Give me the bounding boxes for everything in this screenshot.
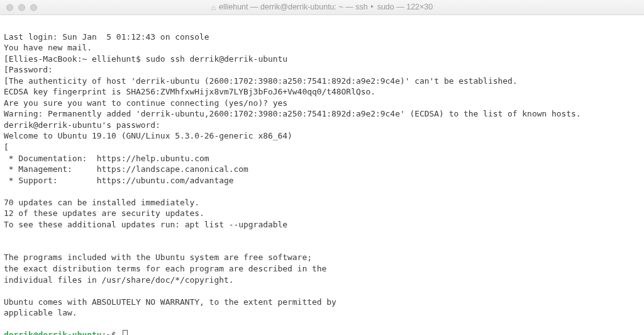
terminal-line: individual files in /usr/share/doc/*/cop… [4, 275, 640, 286]
terminal-line: Warning: Permanently added 'derrik-ubunt… [4, 108, 640, 120]
terminal-line: Are you sure you want to continue connec… [4, 98, 640, 109]
terminal-line: Welcome to Ubuntu 19.10 (GNU/Linux 5.3.0… [4, 130, 640, 142]
close-button[interactable] [6, 4, 13, 11]
terminal-line: * Support: https://ubuntu.com/advantage [4, 175, 640, 186]
terminal-line [4, 241, 640, 253]
cursor [123, 330, 128, 335]
window-titlebar: ⌂ elliehunt — derrik@derrik-ubuntu: ~ — … [0, 0, 644, 15]
terminal-line: the exact distribution terms for each pr… [4, 263, 640, 275]
terminal-line: [ [4, 142, 640, 153]
terminal-line: The programs included with the Ubuntu sy… [4, 252, 640, 263]
prompt-path: :~$ [102, 330, 121, 335]
terminal-line: Last login: Sun Jan 5 01:12:43 on consol… [4, 31, 640, 43]
shell-prompt-line[interactable]: derrik@derrik-ubuntu:~$ [4, 329, 640, 335]
terminal-line [4, 285, 640, 297]
minimize-button[interactable] [18, 4, 25, 11]
terminal-line: Ubuntu comes with ABSOLUTELY NO WARRANTY… [4, 297, 640, 308]
terminal-line: * Documentation: https://help.ubuntu.com [4, 153, 640, 164]
title-text: elliehunt — derrik@derrik-ubuntu: ~ — ss… [219, 2, 433, 13]
terminal-line [4, 186, 640, 197]
window-title: ⌂ elliehunt — derrik@derrik-ubuntu: ~ — … [0, 2, 644, 13]
terminal-line: derrik@derrik-ubuntu's password: [4, 120, 640, 131]
terminal-line: applicable law. [4, 307, 640, 319]
terminal-line: * Management: https://landscape.canonica… [4, 164, 640, 175]
terminal-line: To see these additional updates run: apt… [4, 219, 640, 230]
window-controls [6, 4, 37, 11]
terminal-line: 70 updates can be installed immediately. [4, 197, 640, 208]
home-icon: ⌂ [211, 4, 216, 11]
terminal-line: ECDSA key fingerprint is SHA256:ZVMhfxwH… [4, 86, 640, 98]
zoom-button[interactable] [30, 4, 37, 11]
terminal-line: [Password: [4, 64, 640, 76]
terminal-line: You have new mail. [4, 42, 640, 54]
terminal-line: 12 of these updates are security updates… [4, 208, 640, 219]
terminal-output[interactable]: Last login: Sun Jan 5 01:12:43 on consol… [0, 15, 644, 335]
prompt-user-host: derrik@derrik-ubuntu [4, 330, 102, 335]
terminal-line: [The authenticity of host 'derrik-ubuntu… [4, 76, 640, 87]
terminal-line [4, 319, 640, 330]
terminal-line: [Ellies-MacBook:~ elliehunt$ sudo ssh de… [4, 54, 640, 65]
terminal-line [4, 230, 640, 241]
